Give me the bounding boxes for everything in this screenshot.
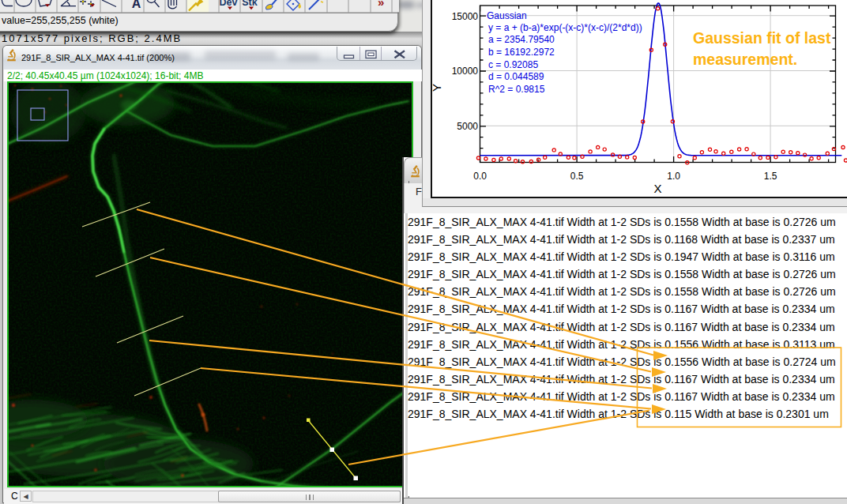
svg-text:X: X [654,182,662,195]
svg-text:Stk: Stk [242,0,258,8]
svg-text:a = 2354.79540: a = 2354.79540 [488,34,555,45]
svg-text:»: » [378,0,384,9]
svg-text:c = 0.92085: c = 0.92085 [488,59,538,70]
svg-text:10000: 10000 [452,66,479,77]
svg-text:b = 16192.2972: b = 16192.2972 [488,47,555,58]
svg-text:A: A [132,0,141,10]
svg-text:Gaussian: Gaussian [487,10,527,21]
svg-text:5000: 5000 [457,121,478,132]
svg-text:1.5: 1.5 [764,171,777,182]
svg-text:Y: Y [432,84,443,92]
svg-text:Gaussian fit of last: Gaussian fit of last [693,29,831,47]
svg-text:0.0: 0.0 [473,171,487,182]
svg-text:measurement.: measurement. [693,51,797,68]
svg-text:R^2 = 0.9815: R^2 = 0.9815 [488,84,545,95]
svg-text:15000: 15000 [452,11,479,22]
svg-text:1.0: 1.0 [667,171,680,182]
svg-text:Dev: Dev [220,0,238,8]
svg-text:y = a + (b-a)*exp(-(x-c)*(x-c): y = a + (b-a)*exp(-(x-c)*(x-c)/(2*d*d)) [488,22,642,33]
svg-text:0.5: 0.5 [570,171,584,182]
svg-text:d = 0.044589: d = 0.044589 [488,71,544,82]
